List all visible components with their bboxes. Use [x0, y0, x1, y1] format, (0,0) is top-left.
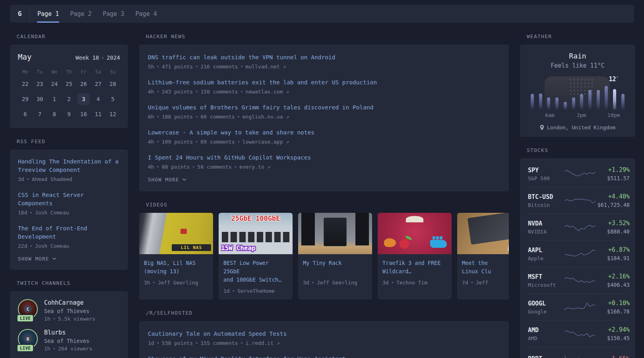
video-card[interactable]: 25GbE 100GbE15W CheapBEST Low Power 25Gb…: [219, 213, 293, 300]
rss-item: The End of Front-End Development22d•Josh…: [18, 224, 120, 250]
video-thumbnail[interactable]: [298, 213, 372, 254]
stock-symbol: GOOGL: [528, 300, 564, 307]
stock-row[interactable]: NVDANVIDIA+3.52%$888.40: [528, 214, 627, 241]
source-link[interactable]: english.nv.ua ↗: [242, 114, 289, 120]
stock-name: NVIDIA: [528, 229, 564, 235]
dot-separator: •: [192, 164, 195, 170]
weekday-label: Mo: [22, 69, 28, 75]
rss-title[interactable]: CSS in React Server Components: [18, 191, 120, 208]
calendar-day: 23: [34, 78, 46, 90]
app-logo[interactable]: G: [10, 5, 30, 23]
tab-page-2[interactable]: Page 2: [70, 5, 92, 23]
hackernews-show-more-button[interactable]: SHOW MORE: [148, 177, 186, 183]
stock-values: +4.40%$61,725.48: [596, 193, 630, 208]
sparkline-chart: [564, 168, 596, 180]
meta-part: 69 comments: [200, 139, 235, 145]
thumbnail-text: 15W Cheap: [221, 244, 256, 252]
weather-bar: [580, 94, 583, 110]
stock-symbol: RDDT: [528, 355, 564, 358]
reddit-item: Showcase of my Mixed Reality Interface f…: [148, 355, 500, 358]
chevron-down-icon: [182, 178, 186, 181]
calendar-widget: May Week 18•2024 MoTuWeThFrSaSu 22232425…: [10, 45, 128, 128]
rss-title[interactable]: The End of Front-End Development: [18, 224, 120, 241]
video-card[interactable]: FASMeet the Linux Clu7d•Jeff: [457, 213, 509, 300]
source-link[interactable]: mullvad.net ↗: [246, 64, 286, 70]
live-badge: LIVE: [17, 314, 34, 322]
hackernews-title[interactable]: Unique volumes of Brothers Grimm fairy t…: [148, 103, 500, 112]
rss-show-more-button[interactable]: SHOW MORE: [18, 256, 56, 262]
stock-price: $166.78: [596, 308, 630, 315]
video-title[interactable]: My Tiny Rack: [303, 259, 367, 276]
video-thumbnail[interactable]: 25GbE 100GbE15W Cheap: [219, 213, 293, 254]
stock-row[interactable]: AMDAMD+2.94%$150.45: [528, 321, 627, 347]
video-meta: 3d•Techno Tim: [382, 280, 447, 286]
source-link[interactable]: newatlas.com ↗: [246, 89, 289, 95]
stock-row[interactable]: RDDT-1.65%: [528, 347, 627, 358]
tab-page-4[interactable]: Page 4: [135, 5, 157, 23]
video-card-body: Meet the Linux Clu7d•Jeff: [457, 254, 509, 291]
stock-change: +2.94%: [596, 326, 630, 333]
tab-page-3[interactable]: Page 3: [102, 5, 124, 23]
stock-row[interactable]: BTC-USDBitcoin+4.40%$61,725.48: [528, 187, 627, 214]
channel-name[interactable]: CohhCarnage: [44, 299, 95, 306]
calendar-day: 11: [92, 108, 104, 120]
stock-values: +0.10%$166.78: [596, 300, 630, 315]
video-thumbnail[interactable]: [378, 213, 452, 254]
switch-ports-shape: [222, 232, 289, 242]
stock-row[interactable]: MSFTMicrosoft+2.16%$406.43: [528, 267, 627, 294]
stock-row[interactable]: GOOGLGoogle+0.10%$166.78: [528, 294, 627, 321]
video-thumbnail[interactable]: LIL NAS: [139, 213, 213, 254]
stock-sparkline: [564, 301, 596, 313]
twitch-channel[interactable]: CLIVECohhCarnageSea of Thieves1h•5.5k vi…: [18, 299, 120, 322]
hackernews-title[interactable]: Lithium-free sodium batteries exit the l…: [148, 78, 500, 87]
source-link[interactable]: i.redd.it ↗: [246, 340, 280, 346]
calendar-day: 7: [34, 108, 46, 120]
meta-part: Jeff Geerling: [158, 280, 198, 286]
time-axis-label: 6am: [545, 112, 554, 118]
rss-title[interactable]: Handling The Indentation of a Treeview C…: [18, 158, 120, 174]
hackernews-title[interactable]: I Spent 24 Hours with GitHub Copilot Wor…: [148, 154, 500, 162]
hackernews-item: Unique volumes of Brothers Grimm fairy t…: [148, 103, 500, 121]
source-link[interactable]: every.to ↗: [239, 164, 270, 170]
video-title[interactable]: Meet the Linux Clu: [462, 259, 509, 276]
reddit-section: /R/SELFHOSTED Cautionary Tale on Automat…: [139, 310, 509, 358]
dot-separator: •: [27, 177, 29, 182]
channel-game: Sea of Thieves: [44, 308, 95, 314]
tab-page-1[interactable]: Page 1: [37, 5, 59, 23]
weather-feels-like: Feels like 11°C: [526, 62, 629, 69]
stock-change: +2.16%: [596, 273, 630, 280]
calendar-day: 1: [48, 93, 60, 105]
video-title[interactable]: Big NAS, Lil NAS (moving 13): [144, 259, 208, 276]
hackernews-title[interactable]: Lowercase - A simple way to take and sha…: [148, 128, 500, 137]
video-card[interactable]: LIL NASBig NAS, Lil NAS (moving 13)3h•Je…: [139, 213, 213, 300]
time-axis-label: 10pm: [607, 112, 620, 118]
meta-part: 5.5k viewers: [58, 316, 95, 322]
hackernews-title[interactable]: DNS traffic can leak outside the VPN tun…: [148, 53, 500, 62]
video-card[interactable]: Traefik 3 and FREE Wildcard…3d•Techno Ti…: [378, 213, 452, 300]
source-link[interactable]: lowercase.app ↗: [242, 139, 289, 145]
stock-row[interactable]: SPYS&P 500+1.29%$511.57: [528, 161, 627, 187]
weather-condition: Rain: [526, 52, 629, 60]
stock-row[interactable]: AAPLApple+6.87%$184.91: [528, 241, 627, 267]
calendar-day: 27: [92, 78, 104, 90]
reddit-title[interactable]: Showcase of my Mixed Reality Interface f…: [148, 355, 500, 358]
stock-symbol: NVDA: [528, 220, 564, 227]
meta-part: Ahmad Shadeed: [32, 176, 72, 182]
stock-symbol: BTC-USD: [528, 193, 564, 200]
video-card[interactable]: My Tiny Rack3d•Jeff Geerling: [298, 213, 372, 300]
channel-name[interactable]: Blurbs: [44, 329, 92, 336]
video-thumbnail[interactable]: FAS: [457, 213, 509, 254]
video-title[interactable]: Traefik 3 and FREE Wildcard…: [382, 259, 447, 276]
weekday-label: Fr: [81, 69, 86, 75]
stock-price: $511.57: [596, 175, 630, 181]
rss-meta: 18d•Josh Comeau: [18, 209, 120, 217]
stock-change: +6.87%: [596, 246, 630, 253]
twitch-channel[interactable]: BLIVEBlurbsSea of Thieves1h•264 viewers: [18, 329, 120, 352]
stock-id: AAPLApple: [528, 247, 564, 261]
stock-change: +3.52%: [596, 220, 630, 227]
avatar-wrap: BLIVE: [18, 329, 38, 349]
video-title[interactable]: BEST Low Power 25GbE and 100GbE Switch…: [223, 259, 288, 284]
reddit-title[interactable]: Cautionary Tale on Automated Speed Tests: [148, 330, 500, 338]
stock-values: +2.94%$150.45: [596, 326, 630, 341]
video-meta: 3d•Jeff Geerling: [303, 280, 367, 286]
